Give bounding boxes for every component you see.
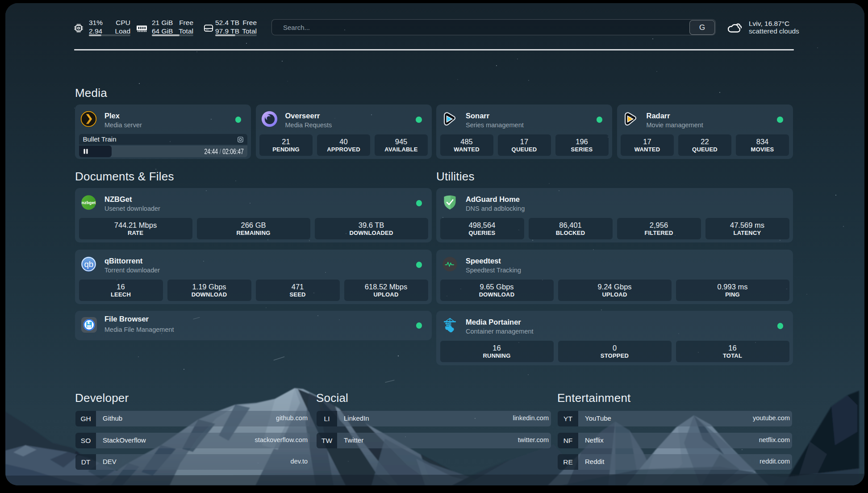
svg-text:nzbget: nzbget: [82, 200, 96, 205]
svg-text:qb: qb: [84, 259, 93, 269]
